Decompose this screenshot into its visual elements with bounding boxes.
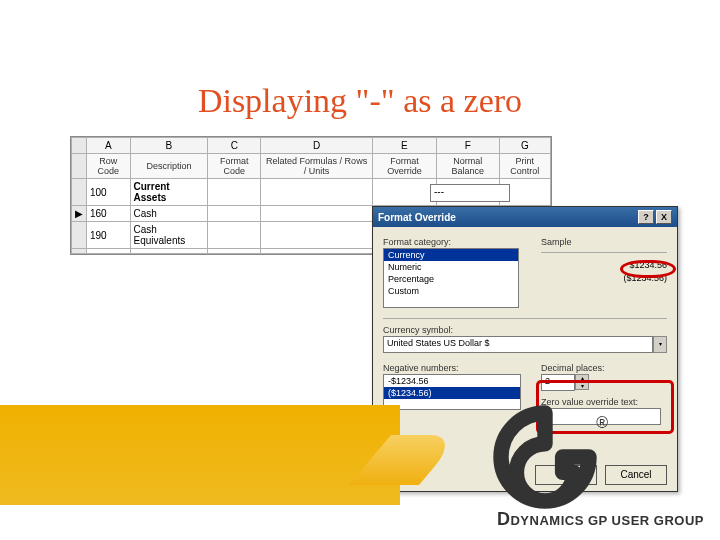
decimal-places-input[interactable]: 2 [541, 374, 575, 391]
decorative-gold-band [0, 405, 400, 505]
footer-brand: DDYNAMICS GP USER GROUP [497, 509, 704, 530]
format-category-list[interactable]: Currency Numeric Percentage Custom [383, 248, 519, 308]
list-item[interactable]: -$1234.56 [384, 375, 520, 387]
currency-symbol-dropdown[interactable]: United States US Dollar $ [383, 336, 653, 353]
sample-label: Sample [541, 237, 667, 247]
cancel-button[interactable]: Cancel [605, 465, 667, 485]
currency-symbol-label: Currency symbol: [383, 325, 667, 335]
registered-mark-icon: ® [596, 414, 608, 432]
grid-corner [72, 138, 87, 154]
grid-header-formatoverride: Format Override [372, 154, 436, 179]
dialog-title-text: Format Override [378, 212, 456, 223]
list-item[interactable]: Custom [384, 285, 518, 297]
list-item[interactable]: Percentage [384, 273, 518, 285]
format-override-cell-editor[interactable]: --- [430, 184, 510, 202]
grid-col-E[interactable]: E [372, 138, 436, 154]
logo-g-mark-icon [490, 402, 600, 512]
list-item[interactable]: Numeric [384, 261, 518, 273]
grid-header-normalbalance: Normal Balance [437, 154, 500, 179]
slide-title: Displaying "-" as a zero [0, 82, 720, 120]
chevron-down-icon[interactable]: ▾ [653, 336, 667, 353]
sample-preview: $1234.56 ($1234.56) [541, 259, 667, 284]
dialog-titlebar[interactable]: Format Override ? X [373, 207, 677, 227]
grid-header-printcontrol: Print Control [499, 154, 550, 179]
list-item[interactable]: ($1234.56) [384, 387, 520, 399]
grid-col-F[interactable]: F [437, 138, 500, 154]
decimal-places-label: Decimal places: [541, 363, 667, 373]
format-category-label: Format category: [383, 237, 523, 247]
stepper-up-icon[interactable]: ▴ [575, 374, 589, 382]
grid-header-related: Related Formulas / Rows / Units [261, 154, 372, 179]
grid-col-G[interactable]: G [499, 138, 550, 154]
negative-numbers-label: Negative numbers: [383, 363, 523, 373]
close-icon[interactable]: X [656, 210, 672, 224]
grid-col-B[interactable]: B [130, 138, 208, 154]
grid-header-description: Description [130, 154, 208, 179]
grid-header-formatcode: Format Code [208, 154, 261, 179]
grid-col-C[interactable]: C [208, 138, 261, 154]
help-icon[interactable]: ? [638, 210, 654, 224]
grid-col-A[interactable]: A [87, 138, 131, 154]
list-item[interactable]: Currency [384, 249, 518, 261]
grid-header-rowcode: Row Code [87, 154, 131, 179]
stepper-down-icon[interactable]: ▾ [575, 382, 589, 390]
grid-col-D[interactable]: D [261, 138, 372, 154]
